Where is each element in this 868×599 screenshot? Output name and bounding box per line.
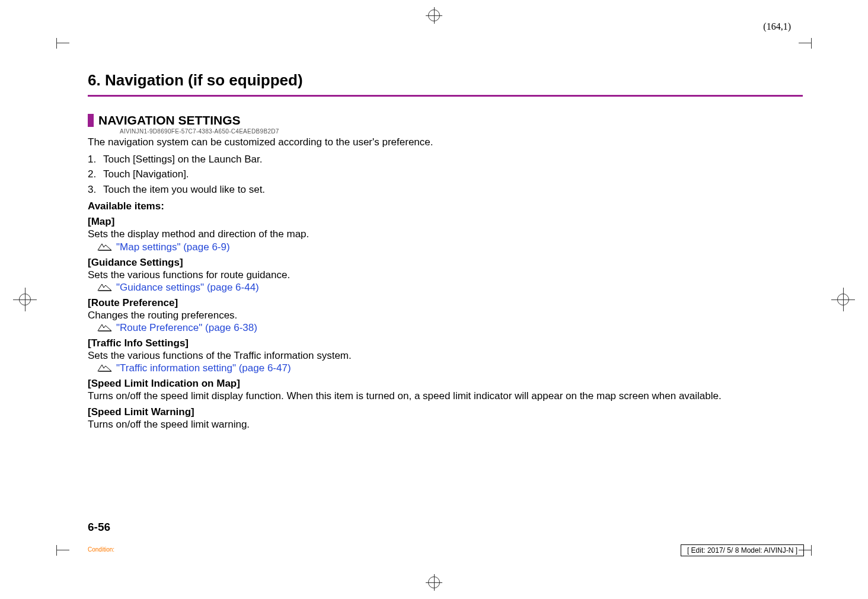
section-title: NAVIGATION SETTINGS xyxy=(98,113,241,128)
step-number: 2. xyxy=(88,167,103,182)
intro-text: The navigation system can be customized … xyxy=(88,136,803,149)
chapter-title: 6. Navigation (if so equipped) xyxy=(88,71,803,90)
print-crosshair-right xyxy=(831,288,855,311)
item-heading: [Map] xyxy=(88,216,803,228)
reference-row: "Route Preference" (page 6-38) xyxy=(97,322,803,334)
available-items-label: Available items: xyxy=(88,200,803,212)
item-heading: [Guidance Settings] xyxy=(88,257,803,269)
reference-link[interactable]: "Route Preference" (page 6-38) xyxy=(116,322,257,334)
item-heading: [Speed Limit Indication on Map] xyxy=(88,378,803,390)
item-desc: Turns on/off the speed limit display fun… xyxy=(88,390,803,403)
item-desc: Sets the various functions of the Traffi… xyxy=(88,349,803,362)
step-number: 3. xyxy=(88,182,103,197)
reference-link[interactable]: "Traffic information setting" (page 6-47… xyxy=(116,362,291,374)
page-coord-label: (164,1) xyxy=(763,21,791,32)
step-number: 1. xyxy=(88,152,103,167)
reference-link[interactable]: "Map settings" (page 6-9) xyxy=(116,241,230,253)
reference-row: "Guidance settings" (page 6-44) xyxy=(97,282,803,294)
print-crosshair-top xyxy=(422,7,446,25)
page-content: 6. Navigation (if so equipped) NAVIGATIO… xyxy=(88,71,803,540)
reference-row: "Traffic information setting" (page 6-47… xyxy=(97,362,803,374)
crop-mark-top-left xyxy=(56,43,69,43)
reference-link[interactable]: "Guidance settings" (page 6-44) xyxy=(116,282,259,294)
reference-icon xyxy=(97,243,113,251)
crop-mark-top-right xyxy=(799,43,812,43)
item-desc: Sets the various functions for route gui… xyxy=(88,269,803,282)
edit-info-box: [ Edit: 2017/ 5/ 8 Model: AIVINJ-N ] xyxy=(681,544,804,556)
item-heading: [Route Preference] xyxy=(88,297,803,309)
chapter-divider xyxy=(88,95,803,97)
section-code: AIVINJN1-9D8690FE-57C7-4383-A650-C4EAEDB… xyxy=(120,128,803,135)
item-desc: Turns on/off the speed limit warning. xyxy=(88,418,803,431)
reference-icon xyxy=(97,324,113,332)
item-heading: [Speed Limit Warning] xyxy=(88,406,803,418)
section-accent-bar xyxy=(88,114,94,127)
reference-icon xyxy=(97,283,113,291)
step-item: 2.Touch [Navigation]. xyxy=(88,167,803,182)
step-text: Touch the item you would like to set. xyxy=(103,184,265,195)
condition-label: Condition: xyxy=(88,546,114,553)
print-crosshair-left xyxy=(13,288,37,311)
step-text: Touch [Navigation]. xyxy=(103,168,189,180)
steps-list: 1.Touch [Settings] on the Launch Bar. 2.… xyxy=(88,152,803,197)
step-item: 3.Touch the item you would like to set. xyxy=(88,182,803,197)
page-number: 6-56 xyxy=(88,521,110,534)
step-item: 1.Touch [Settings] on the Launch Bar. xyxy=(88,152,803,167)
print-crosshair-bottom xyxy=(422,574,446,592)
crop-mark-bottom-left xyxy=(56,550,69,550)
step-text: Touch [Settings] on the Launch Bar. xyxy=(103,154,262,165)
item-desc: Changes the routing preferences. xyxy=(88,309,803,322)
reference-row: "Map settings" (page 6-9) xyxy=(97,241,803,253)
item-desc: Sets the display method and direction of… xyxy=(88,228,803,241)
item-heading: [Traffic Info Settings] xyxy=(88,337,803,349)
reference-icon xyxy=(97,364,113,372)
